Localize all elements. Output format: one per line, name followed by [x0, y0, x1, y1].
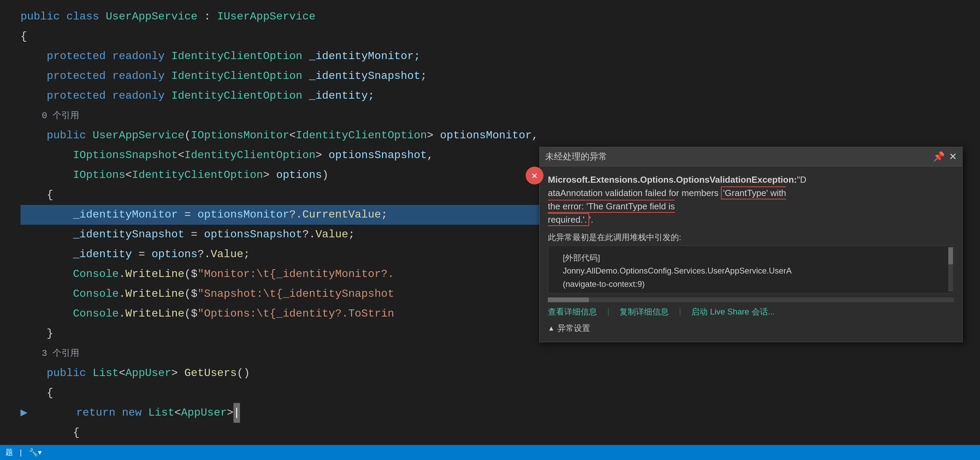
pin-button[interactable]: 📌 [933, 151, 945, 162]
code-line-breakpoint: ▶ return new List<AppUser>| [21, 403, 980, 423]
error-circle-icon [526, 167, 543, 185]
exception-titlebar-actions: 📌 ✕ [933, 151, 957, 162]
status-bar: 题 | 🔧▾ [0, 445, 980, 460]
close-button[interactable]: ✕ [949, 151, 957, 162]
view-details-link[interactable]: 查看详细信息 [548, 306, 597, 317]
status-separator: | [20, 448, 22, 457]
exception-type: Microsoft.Extensions.Options.OptionsVali… [548, 175, 797, 185]
status-item-tools[interactable]: 🔧▾ [29, 448, 41, 457]
exception-message: Microsoft.Extensions.Options.OptionsVali… [548, 173, 954, 226]
code-line: { [21, 27, 980, 46]
stack-hscrollbar-thumb[interactable] [548, 298, 589, 302]
stack-scrollbar[interactable] [948, 247, 953, 292]
stack-line: (navigate-to-context:9) [554, 278, 948, 291]
code-line: 3 个引用 [21, 344, 980, 363]
exception-footer[interactable]: ▲ 异常设置 [548, 320, 954, 335]
copy-details-link[interactable]: 复制详细信息 [620, 306, 669, 317]
stack-scrollbar-thumb[interactable] [948, 247, 953, 264]
stack-line: [外部代码] [554, 291, 948, 293]
stack-line: Jonny.AllDemo.OptionsConfig.Services.Use… [554, 264, 948, 277]
code-line-highlighted: _identityMonitor = optionsMonitor?.Curre… [21, 205, 543, 225]
live-share-link[interactable]: 启动 Live Share 会话... [691, 306, 775, 317]
exception-links: 查看详细信息 | 复制详细信息 | 启动 Live Share 会话... [548, 306, 954, 317]
code-line: public UserAppService(IOptionsMonitor<Id… [21, 126, 980, 145]
code-line: { [21, 383, 980, 403]
code-line: protected readonly IdentityClientOption … [21, 66, 980, 86]
stack-line: [外部代码] [554, 251, 948, 264]
status-item-issue: 题 [5, 447, 13, 458]
stack-hscrollbar[interactable] [548, 298, 954, 302]
exception-popup: 未经处理的异常 📌 ✕ Microsoft.Extensions.Options… [539, 147, 963, 342]
code-line: public List<AppUser> GetUsers() [21, 363, 980, 383]
stack-section: [外部代码] Jonny.AllDemo.OptionsConfig.Servi… [548, 245, 954, 293]
code-line: public class UserAppService : IUserAppSe… [21, 7, 980, 27]
code-line: protected readonly IdentityClientOption … [21, 86, 980, 106]
exception-body: Microsoft.Extensions.Options.OptionsVali… [540, 166, 962, 342]
breakpoint-arrow-icon: ▶ [21, 403, 27, 423]
code-line: { [21, 423, 980, 442]
stack-header: 此异常最初是在此调用堆栈中引发的: [548, 232, 954, 243]
exception-title: 未经处理的异常 [545, 151, 607, 162]
exception-settings-label: 异常设置 [557, 323, 590, 334]
editor-area: public class UserAppService : IUserAppSe… [0, 0, 980, 460]
code-line: 0 个引用 [21, 106, 980, 126]
code-line: protected readonly IdentityClientOption … [21, 46, 980, 66]
chevron-up-icon: ▲ [548, 325, 555, 332]
exception-titlebar: 未经处理的异常 📌 ✕ [540, 147, 962, 166]
